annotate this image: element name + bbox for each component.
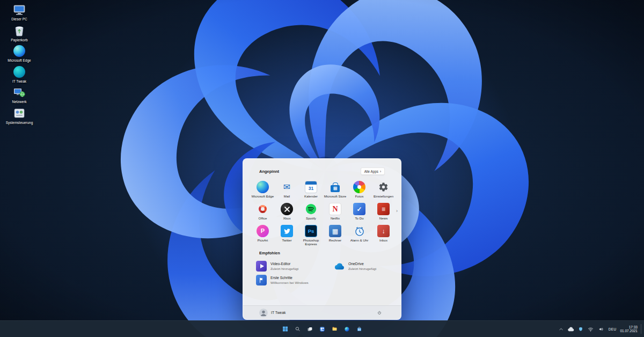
store-icon: ⊞: [329, 181, 341, 193]
edge-icon: [257, 181, 269, 193]
desktop-icon-label: IT Tweak: [12, 79, 26, 84]
pinned-app-label: Netflix: [331, 217, 340, 221]
store-icon: [356, 325, 362, 333]
network-icon: [13, 86, 26, 99]
inbox-icon: ↓: [377, 225, 390, 237]
pinned-app-mail[interactable]: ✉ Mail: [275, 179, 299, 201]
power-icon: [377, 310, 382, 316]
pinned-app-label: Rechner: [329, 239, 341, 243]
all-apps-label: Alle Apps: [364, 170, 378, 173]
edge-icon: [344, 325, 349, 333]
pinned-app-netflix[interactable]: N Netflix: [323, 201, 347, 223]
recommended-item-onedrive[interactable]: OneDrive Zuletzt hinzugefügt: [331, 259, 408, 273]
user-name: IT Tweak: [271, 311, 286, 314]
pinned-app-label: Twitter: [282, 239, 291, 243]
to-do-icon: ✓: [353, 203, 365, 215]
avatar: [259, 309, 268, 317]
photos-icon: [353, 181, 365, 193]
pinned-app-to-do[interactable]: ✓ To Do: [347, 201, 371, 223]
pinned-app-label: Spotify: [306, 217, 316, 221]
pinned-app-microsoft-store[interactable]: ⊞ Microsoft Store: [323, 179, 347, 201]
office-icon: [257, 203, 269, 215]
start-button[interactable]: [279, 323, 291, 335]
all-apps-button[interactable]: Alle Apps ›: [361, 167, 385, 175]
pinned-app-kalender[interactable]: 31 Kalender: [299, 179, 323, 201]
store-taskbar-button[interactable]: [353, 323, 365, 335]
xbox-icon: [281, 203, 293, 215]
pinned-app-einstellungen[interactable]: Einstellungen: [371, 179, 396, 201]
desktop-icon-list: Dieser PC Papierkorb Microsoft Edge IT T…: [2, 3, 36, 124]
task-view-icon: [307, 325, 312, 333]
recommended-header: Empfohlen: [259, 251, 280, 255]
pinned-app-photoshop-express[interactable]: Ps Photoshop Express: [299, 223, 323, 245]
onedrive-tray-icon[interactable]: [566, 323, 576, 335]
pinned-app-label: Microsoft Edge: [252, 195, 274, 199]
pinned-app-fotos[interactable]: Fotos: [347, 179, 371, 201]
language-indicator[interactable]: DEU: [607, 323, 618, 335]
clock[interactable]: 17:33 01.07.2021: [618, 323, 639, 335]
recommended-item-erste-schritte[interactable]: Erste Schritte Willkommen bei Windows: [253, 273, 331, 287]
taskbar: DEU 17:33 01.07.2021: [0, 320, 644, 337]
pinned-pagination-chevron[interactable]: ›: [396, 208, 398, 214]
pinned-app-rechner[interactable]: ▦ Rechner: [323, 223, 347, 245]
desktop-icon-network[interactable]: Netzwerk: [2, 86, 36, 104]
chevron-up-icon: [559, 327, 564, 332]
start-menu: Angepinnt Alle Apps › Microsoft Edge ✉ M…: [243, 158, 401, 320]
desktop-icon-microsoft-edge[interactable]: Microsoft Edge: [2, 45, 36, 63]
pinned-app-office[interactable]: Office: [251, 201, 275, 223]
edge-taskbar-button[interactable]: [341, 323, 353, 335]
recommended-title: OneDrive: [348, 262, 376, 266]
show-desktop-button[interactable]: [641, 324, 643, 334]
desktop-icon-label: Papierkorb: [11, 38, 27, 42]
taskbar-center-icons: [279, 321, 365, 337]
pinned-app-alarm-uhr[interactable]: Alarm & Uhr: [347, 223, 371, 245]
pinned-apps-grid: Microsoft Edge ✉ Mail 31 Kalender ⊞ Micr…: [251, 179, 388, 245]
speaker-icon: [598, 326, 605, 332]
pinned-app-xbox[interactable]: Xbox: [275, 201, 299, 223]
desktop-icon-label: Netzwerk: [12, 100, 26, 104]
security-tray-icon[interactable]: [576, 323, 585, 335]
hidden-icons-chevron[interactable]: [557, 323, 565, 335]
pinned-app-label: Inbox: [379, 239, 387, 243]
pinned-app-label: News: [379, 217, 387, 221]
desktop-icon-this-pc[interactable]: Dieser PC: [2, 3, 36, 21]
user-profile-button[interactable]: IT Tweak: [259, 309, 286, 317]
search-button[interactable]: [291, 323, 303, 335]
pinned-app-inbox[interactable]: ↓ Inbox: [371, 223, 396, 245]
volume-button[interactable]: [596, 323, 606, 335]
recommended-list: Video-Editor Zuletzt hinzugefügt OneDriv…: [253, 259, 388, 287]
pinned-app-label: Microsoft Store: [324, 195, 347, 199]
pinned-app-label: To Do: [355, 217, 363, 221]
mail-icon: ✉: [281, 181, 293, 193]
recommended-item-video-editor[interactable]: Video-Editor Zuletzt hinzugefügt: [253, 259, 331, 273]
twitter-icon: [281, 225, 293, 237]
news-icon: ≡: [377, 203, 390, 215]
desktop-icon-label: Systemsteuerung: [6, 121, 33, 125]
pinned-app-picsart[interactable]: P PicsArt: [251, 223, 275, 245]
pinned-app-microsoft-edge[interactable]: Microsoft Edge: [251, 179, 275, 201]
network-button[interactable]: [586, 323, 596, 335]
windows-logo-icon: [282, 325, 288, 333]
edge-icon: [13, 45, 26, 57]
recommended-subtitle: Zuletzt hinzugefügt: [348, 267, 376, 270]
desktop-icon-control-panel[interactable]: Systemsteuerung: [2, 107, 36, 125]
desktop-icon-recycle-bin[interactable]: Papierkorb: [2, 24, 36, 42]
pinned-app-news[interactable]: ≡ News: [371, 201, 396, 223]
control-panel-icon: [13, 107, 26, 120]
system-tray: DEU 17:33 01.07.2021: [557, 321, 643, 337]
recommended-subtitle: Zuletzt hinzugefügt: [270, 267, 298, 270]
pinned-app-label: PicsArt: [258, 239, 268, 243]
netflix-icon: N: [329, 203, 341, 215]
photoshop-express-icon: Ps: [305, 225, 317, 237]
desktop-icon-it-tweak[interactable]: IT Tweak: [2, 65, 36, 84]
picsart-icon: P: [257, 225, 269, 237]
task-view-button[interactable]: [304, 323, 316, 335]
recommended-title: Video-Editor: [270, 262, 298, 266]
desktop-icon-label: Dieser PC: [11, 17, 27, 21]
widgets-button[interactable]: [316, 323, 328, 335]
power-button[interactable]: [374, 307, 385, 318]
pinned-app-spotify[interactable]: Spotify: [299, 201, 323, 223]
pinned-app-twitter[interactable]: Twitter: [275, 223, 299, 245]
pinned-app-label: Mail: [284, 195, 290, 199]
file-explorer-button[interactable]: [328, 323, 340, 335]
